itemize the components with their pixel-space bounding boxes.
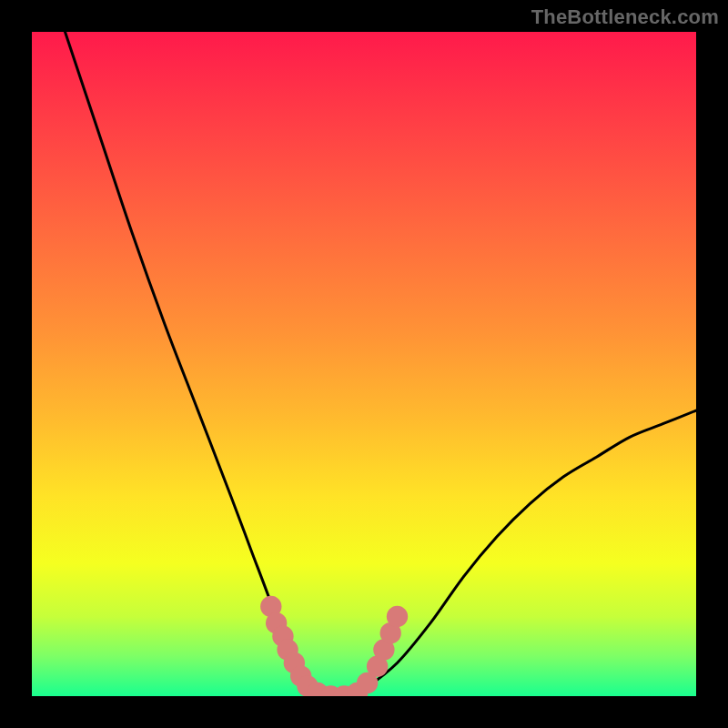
chart-svg	[32, 32, 696, 696]
watermark-text: TheBottleneck.com	[531, 5, 719, 29]
plot-area	[32, 32, 696, 696]
gradient-background	[32, 32, 696, 696]
chart-container: TheBottleneck.com	[0, 0, 728, 728]
bead	[387, 606, 408, 627]
